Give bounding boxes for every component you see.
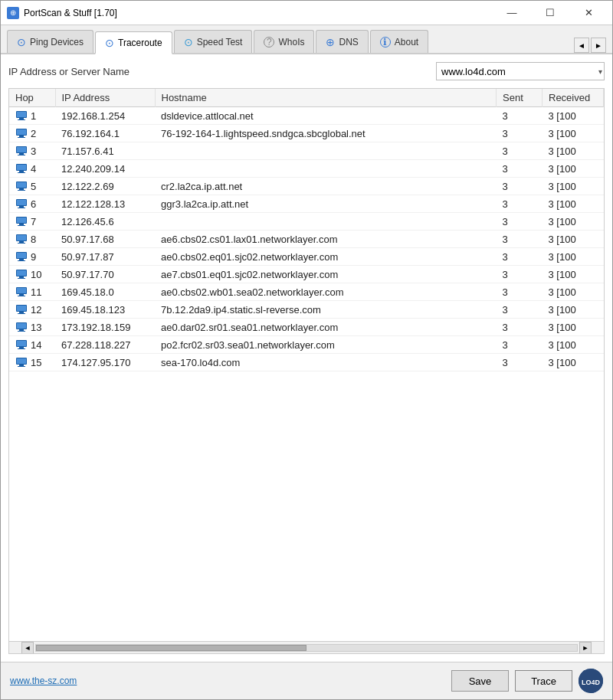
table-wrapper: Hop IP Address Hostname Sent Received (8, 88, 605, 654)
table-row[interactable]: 4 12.240.209.14 3 3 [100 (9, 160, 604, 178)
cell-hostname: po2.fcr02.sr03.sea01.networklayer.com (155, 336, 497, 354)
minimize-button[interactable]: — (494, 3, 529, 23)
cell-hop: 3 (9, 142, 55, 160)
svg-rect-49 (17, 323, 26, 329)
cell-sent: 3 (497, 142, 543, 160)
table-row[interactable]: 2 76.192.164.1 76-192-164-1.lightspeed.s… (9, 125, 604, 142)
svg-rect-25 (17, 218, 26, 223)
tab-prev-button[interactable]: ◄ (574, 38, 589, 53)
table-row[interactable]: 7 12.126.45.6 3 3 [100 (9, 213, 604, 231)
cell-sent: 3 (497, 301, 543, 319)
scroll-track[interactable] (35, 644, 578, 652)
close-button[interactable]: ✕ (571, 3, 606, 23)
svg-rect-9 (17, 147, 26, 152)
tab-about[interactable]: ℹ About (370, 30, 428, 53)
svg-rect-46 (19, 312, 24, 313)
scroll-thumb[interactable] (36, 645, 306, 651)
trace-button[interactable]: Trace (515, 670, 572, 692)
cell-hop: 10 (9, 266, 55, 283)
col-received: Received (543, 89, 604, 107)
table-row[interactable]: 3 71.157.6.41 3 3 [100 (9, 142, 604, 160)
cell-hop: 7 (9, 213, 55, 231)
table-row[interactable]: 6 12.122.128.13 ggr3.la2ca.ip.att.net 3 … (9, 195, 604, 213)
svg-rect-7 (18, 137, 25, 138)
svg-rect-31 (18, 243, 25, 244)
svg-rect-59 (18, 366, 25, 367)
table-row[interactable]: 5 12.122.2.69 cr2.la2ca.ip.att.net 3 3 [… (9, 178, 604, 195)
tab-speedtest[interactable]: ⊙ Speed Test (174, 30, 253, 53)
svg-rect-14 (19, 171, 24, 172)
scroll-right-arrow[interactable]: ► (579, 642, 592, 654)
svg-rect-30 (19, 241, 24, 243)
table-row[interactable]: 1 192.168.1.254 dsldevice.attlocal.net 3… (9, 107, 604, 125)
table-container[interactable]: Hop IP Address Hostname Sent Received (9, 89, 604, 641)
cell-received: 3 [100 (543, 354, 604, 371)
svg-rect-51 (18, 331, 25, 332)
scroll-left-arrow[interactable]: ◄ (21, 642, 34, 654)
cell-received: 3 [100 (543, 125, 604, 142)
cell-sent: 3 (497, 266, 543, 283)
cell-sent: 3 (497, 231, 543, 248)
table-row[interactable]: 11 169.45.18.0 ae0.cbs02.wb01.sea02.netw… (9, 283, 604, 301)
cell-sent: 3 (497, 125, 543, 142)
svg-rect-55 (18, 348, 25, 349)
svg-rect-3 (18, 119, 25, 120)
cell-received: 3 [100 (543, 319, 604, 336)
server-input[interactable] (436, 62, 605, 80)
tab-ping[interactable]: ⊙ Ping Devices (7, 30, 93, 53)
svg-rect-57 (17, 358, 26, 364)
col-hop: Hop (9, 89, 55, 107)
tab-whois[interactable]: ? WhoIs (254, 30, 314, 53)
cell-hostname: 76-192-164-1.lightspeed.sndgca.sbcglobal… (155, 125, 497, 142)
svg-rect-45 (17, 306, 26, 311)
table-row[interactable]: 8 50.97.17.68 ae6.cbs02.cs01.lax01.netwo… (9, 231, 604, 248)
horizontal-scrollbar[interactable]: ◄ ► (9, 641, 604, 653)
cell-sent: 3 (497, 248, 543, 266)
cell-hop: 8 (9, 231, 55, 248)
cell-hop: 5 (9, 178, 55, 195)
table-row[interactable]: 14 67.228.118.227 po2.fcr02.sr03.sea01.n… (9, 336, 604, 354)
cell-sent: 3 (497, 195, 543, 213)
cell-received: 3 [100 (543, 301, 604, 319)
whois-tab-icon: ? (264, 37, 274, 47)
cell-received: 3 [100 (543, 178, 604, 195)
main-content: IP Address or Server Name ▾ Hop IP Addre… (1, 54, 612, 662)
cell-sent: 3 (497, 107, 543, 125)
footer-link[interactable]: www.the-sz.com (10, 675, 77, 686)
svg-rect-42 (19, 294, 24, 296)
cell-hop: 11 (9, 283, 55, 301)
svg-rect-19 (18, 190, 25, 191)
table-row[interactable]: 10 50.97.17.70 ae7.cbs01.eq01.sjc02.netw… (9, 266, 604, 283)
tab-traceroute[interactable]: ⊙ Traceroute (95, 31, 172, 54)
cell-hop: 15 (9, 354, 55, 371)
tab-dns[interactable]: ⊕ DNS (316, 30, 368, 53)
cell-hostname (155, 213, 497, 231)
col-ip: IP Address (55, 89, 155, 107)
about-tab-icon: ℹ (380, 37, 391, 47)
maximize-button[interactable]: ☐ (533, 3, 568, 23)
speedtest-tab-label: Speed Test (197, 37, 243, 47)
dns-tab-icon: ⊕ (326, 36, 335, 48)
table-row[interactable]: 13 173.192.18.159 ae0.dar02.sr01.sea01.n… (9, 319, 604, 336)
cell-hop: 14 (9, 336, 55, 354)
svg-rect-23 (18, 208, 25, 208)
cell-ip: 50.97.17.70 (55, 266, 155, 283)
svg-rect-27 (18, 225, 25, 226)
cell-hostname: dsldevice.attlocal.net (155, 107, 497, 125)
table-row[interactable]: 9 50.97.17.87 ae0.cbs02.eq01.sjc02.netwo… (9, 248, 604, 266)
svg-rect-38 (19, 276, 24, 278)
cell-hop: 12 (9, 301, 55, 319)
cell-ip: 169.45.18.123 (55, 301, 155, 319)
table-row[interactable]: 15 174.127.95.170 sea-170.lo4d.com 3 3 [… (9, 354, 604, 371)
table-header-row: Hop IP Address Hostname Sent Received (9, 89, 604, 107)
cell-ip: 50.97.17.87 (55, 248, 155, 266)
cell-hostname (155, 160, 497, 178)
svg-rect-11 (18, 155, 25, 155)
tab-next-button[interactable]: ► (591, 38, 606, 53)
svg-rect-21 (17, 200, 26, 205)
traceroute-tab-icon: ⊙ (105, 37, 114, 49)
table-row[interactable]: 12 169.45.18.123 7b.12.2da9.ip4.static.s… (9, 301, 604, 319)
svg-rect-33 (17, 253, 26, 258)
save-button[interactable]: Save (451, 670, 509, 692)
tab-bar: ⊙ Ping Devices ⊙ Traceroute ⊙ Speed Test… (1, 25, 612, 54)
